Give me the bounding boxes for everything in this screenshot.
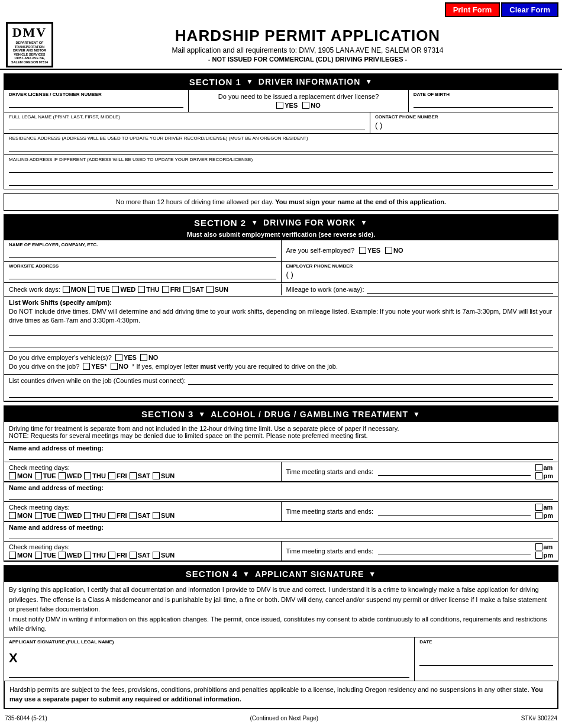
- replace-no-box[interactable]: [302, 102, 309, 109]
- m3-mon[interactable]: MON: [9, 552, 33, 559]
- m2-wed[interactable]: WED: [59, 512, 82, 519]
- dmv-letters: DMV: [12, 25, 47, 40]
- m2-mon[interactable]: MON: [9, 512, 33, 519]
- m1-sat[interactable]: SAT: [130, 472, 150, 479]
- worksite-input[interactable]: [9, 270, 276, 279]
- footer-notice: Hardship permits are subject to the fees…: [4, 681, 558, 708]
- meeting2-am-pm: am pm: [535, 504, 554, 519]
- m1-mon[interactable]: MON: [9, 472, 33, 479]
- m3-pm[interactable]: pm: [535, 552, 554, 559]
- m2-pm[interactable]: pm: [535, 512, 554, 519]
- m3-sun[interactable]: SUN: [153, 552, 175, 559]
- m1-thu[interactable]: THU: [84, 472, 106, 479]
- m2-am[interactable]: am: [535, 504, 554, 511]
- employer-input[interactable]: [9, 249, 276, 258]
- meeting3-name-input[interactable]: [9, 531, 553, 539]
- shifts-input2[interactable]: [9, 338, 553, 347]
- dob-input[interactable]: [414, 98, 553, 108]
- print-button[interactable]: Print Form: [445, 2, 500, 17]
- shifts-input1[interactable]: [9, 326, 553, 336]
- day-sun[interactable]: SUN: [206, 286, 228, 293]
- section3-triangle2: ▼: [413, 410, 421, 418]
- ev-no-label[interactable]: NO: [140, 354, 159, 361]
- m1-tue[interactable]: TUE: [35, 472, 56, 479]
- day-fri[interactable]: FRI: [162, 286, 181, 293]
- meeting1-am-pm: am pm: [535, 464, 554, 479]
- day-tue[interactable]: TUE: [88, 286, 109, 293]
- s1-row1: DRIVER LICENSE / CUSTOMER NUMBER Do you …: [4, 90, 558, 112]
- m3-tue[interactable]: TUE: [35, 552, 56, 559]
- self-yes-box[interactable]: [359, 247, 366, 254]
- ev-line2: Do you drive on the job? YES* NO * If ye…: [9, 363, 553, 370]
- self-no-box[interactable]: [385, 247, 392, 254]
- day-sat[interactable]: SAT: [183, 286, 204, 293]
- counties-input2[interactable]: [9, 388, 553, 398]
- name-input[interactable]: [9, 121, 365, 130]
- day-thu[interactable]: THU: [138, 286, 160, 293]
- m2-fri[interactable]: FRI: [108, 512, 127, 519]
- m2-sat[interactable]: SAT: [130, 512, 150, 519]
- mileage-input[interactable]: [367, 285, 553, 294]
- self-yes-label[interactable]: YES: [359, 247, 380, 254]
- sig-input[interactable]: [9, 668, 409, 678]
- meeting3-time-label: Time meeting starts and ends:: [286, 547, 374, 555]
- m1-fri[interactable]: FRI: [108, 472, 127, 479]
- dj-no-label[interactable]: NO: [111, 363, 129, 370]
- residence-row: RESIDENCE ADDRESS (Address will be used …: [4, 134, 558, 155]
- meeting3-time-input[interactable]: [378, 547, 530, 555]
- dl-input[interactable]: [9, 98, 183, 108]
- m3-sat[interactable]: SAT: [130, 552, 150, 559]
- name-cell: FULL LEGAL NAME (Print: last, first, mid…: [4, 112, 370, 133]
- meeting1-time-input[interactable]: [378, 468, 530, 476]
- meeting3-name-label: Name and address of meeting:: [4, 522, 558, 542]
- self-employed-cell: Are you self-employed? YES NO: [282, 240, 558, 261]
- counties-label: List counties driven while on the job (C…: [9, 377, 186, 384]
- m1-sun[interactable]: SUN: [153, 472, 175, 479]
- section3-label: SECTION 3: [141, 409, 193, 419]
- phone-label: CONTACT PHONE NUMBER: [375, 114, 553, 120]
- page-footer: 735-6044 (5-21) (Continued on Next Page)…: [0, 713, 562, 724]
- s3-notice1: Driving time for treatment is separate f…: [9, 425, 553, 432]
- m1-am[interactable]: am: [535, 464, 554, 471]
- section4: SECTION 4 ▼ APPLICANT SIGNATURE ▼ By sig…: [4, 565, 558, 709]
- m3-thu[interactable]: THU: [84, 552, 106, 559]
- m2-thu[interactable]: THU: [84, 512, 106, 519]
- section1-triangle2: ▼: [365, 78, 373, 86]
- s2-employer-row: NAME OF EMPLOYER, COMPANY, ETC. Are you …: [4, 240, 558, 262]
- m2-tue[interactable]: TUE: [35, 512, 56, 519]
- section1-triangle: ▼: [246, 78, 254, 86]
- replace-no-label[interactable]: NO: [302, 102, 321, 109]
- mailing-input2[interactable]: [9, 176, 553, 186]
- replace-yes-label[interactable]: YES: [276, 102, 298, 109]
- meeting2-days-label: Check meeting days:: [9, 504, 276, 511]
- self-no-label[interactable]: NO: [385, 247, 403, 254]
- meeting2-time-input[interactable]: [378, 507, 530, 516]
- date-input[interactable]: [419, 656, 553, 666]
- replace-yes-box[interactable]: [276, 102, 283, 109]
- day-mon[interactable]: MON: [63, 286, 86, 293]
- mailing-input[interactable]: [9, 163, 553, 173]
- m1-wed[interactable]: WED: [59, 472, 82, 479]
- residence-input[interactable]: [9, 142, 553, 152]
- dj-yes-label[interactable]: YES*: [83, 363, 106, 370]
- header-text: HARDSHIP PERMIT APPLICATION Mail applica…: [59, 27, 556, 63]
- s4-sig-cell: APPLICANT SIGNATURE (Full Legal Name) X: [4, 637, 415, 681]
- m3-fri[interactable]: FRI: [108, 552, 127, 559]
- name-label: FULL LEGAL NAME (Print: last, first, mid…: [9, 114, 365, 120]
- m2-sun[interactable]: SUN: [153, 512, 175, 519]
- clear-button[interactable]: Clear Form: [501, 2, 558, 17]
- day-wed[interactable]: WED: [112, 286, 135, 293]
- meeting2-name-input[interactable]: [9, 491, 553, 500]
- notice-text-normal: No more than 12 hours of driving time al…: [116, 198, 275, 205]
- ev-yes-label[interactable]: YES: [115, 354, 137, 361]
- section1-label: SECTION 1: [189, 77, 241, 87]
- mailing-row: MAILING ADDRESS IF DIFFERENT (Address wi…: [4, 155, 558, 189]
- meeting1-name-input[interactable]: [9, 452, 553, 460]
- mileage-part: Mileage to work (one-way):: [282, 283, 558, 296]
- counties-input[interactable]: [188, 376, 553, 385]
- m1-pm[interactable]: pm: [535, 472, 554, 479]
- meeting-block-1: Name and address of meeting: Check meeti…: [4, 443, 558, 482]
- mailing-label: MAILING ADDRESS IF DIFFERENT (Address wi…: [9, 157, 553, 162]
- m3-am[interactable]: am: [535, 543, 554, 550]
- m3-wed[interactable]: WED: [59, 552, 82, 559]
